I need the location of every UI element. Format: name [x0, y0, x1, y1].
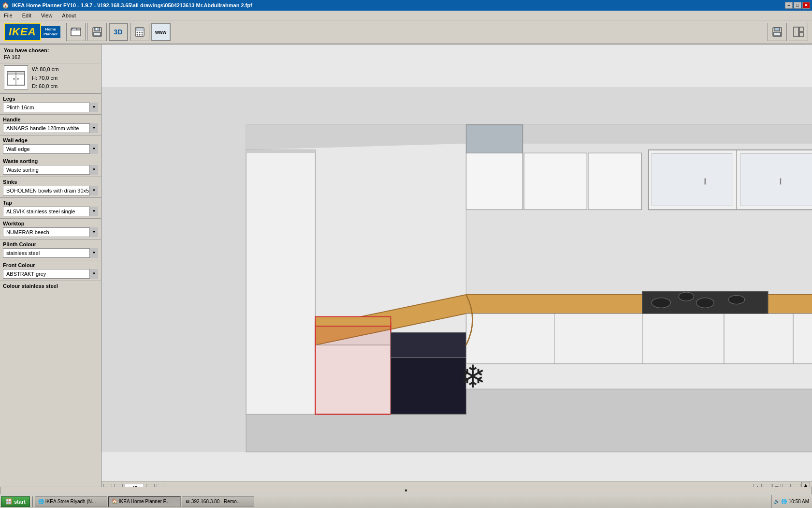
svg-point-8 [136, 32, 138, 33]
tap-select-wrapper: ALSVIK stainless steel single ▼ [3, 207, 98, 216]
tap-label: Tap [3, 200, 98, 206]
taskbar-app-icon-1: 🌐 [38, 499, 44, 504]
plinth-colour-group: Plinth Colour stainless steel ▼ [0, 239, 101, 260]
wall-edge-select[interactable]: Wall edge [3, 144, 98, 154]
sinks-select[interactable]: BOHOLMEN bowls with drain 90x50 [3, 186, 98, 195]
svg-rect-33 [524, 153, 587, 209]
plinth-colour-label: Plinth Colour [3, 241, 98, 247]
product-depth: D: 60,0 cm [32, 82, 58, 91]
svg-rect-4 [94, 32, 101, 36]
taskbar-app-icon-2: 🏠 [112, 499, 117, 504]
save-button[interactable] [87, 23, 107, 41]
restore-button[interactable]: □ [794, 2, 801, 9]
colour-stainless-section: Colour stainless steel [0, 281, 101, 291]
svg-rect-47 [391, 332, 466, 358]
kitchen-view: ❄ [102, 45, 812, 494]
svg-point-56 [679, 292, 694, 301]
toolbar-layout-right[interactable] [789, 23, 808, 41]
left-panel: You have chosen: FA 162 W: 80,0 cm H: 70… [0, 45, 102, 494]
open-file-button[interactable] [66, 23, 86, 41]
systray-icons: 🔊 🌐 [774, 499, 787, 504]
front-colour-select-wrapper: ABSTRAKT grey ▼ [3, 269, 98, 279]
product-preview: W: 80,0 cm H: 70,0 cm D: 60,0 cm [0, 63, 101, 93]
wall-edge-select-wrapper: Wall edge ▼ [3, 144, 98, 154]
taskbar-app-label-3: 392.168.3.80 - Remo... [191, 499, 241, 504]
product-width: W: 80,0 cm [32, 65, 58, 74]
legs-select[interactable]: Plinth 16cm [3, 103, 98, 112]
toolbar-right [768, 23, 808, 41]
taskbar: 🪟 start 🌐 IKEA Store Riyadh (N... 🏠 IKEA… [0, 494, 812, 508]
product-code: FA 162 [4, 54, 97, 60]
calculator-button[interactable] [130, 23, 149, 41]
taskbar-separator [32, 496, 33, 507]
sinks-group: Sinks BOHOLMEN bowls with drain 90x50 ▼ [0, 177, 101, 197]
taskbar-app-ikea-store[interactable]: 🌐 IKEA Store Riyadh (N... [35, 496, 107, 507]
waste-sorting-select[interactable]: Waste sorting [3, 165, 98, 175]
handle-label: Handle [3, 117, 98, 122]
ikea-logo: IKEA [4, 23, 41, 41]
svg-rect-17 [794, 27, 798, 37]
start-icon: 🪟 [5, 498, 12, 505]
taskbar-app-icon-3: 🖥 [185, 499, 190, 504]
taskbar-app-label-1: IKEA Store Riyadh (N... [45, 499, 96, 504]
start-button[interactable]: 🪟 start [1, 496, 30, 507]
home-planner-label: HomePlanner [41, 26, 60, 37]
svg-rect-32 [466, 153, 523, 209]
sinks-label: Sinks [3, 179, 98, 185]
menu-file[interactable]: File [2, 12, 14, 19]
svg-point-58 [728, 295, 745, 304]
product-dims: W: 80,0 cm H: 70,0 cm D: 60,0 cm [32, 65, 58, 91]
product-icon [4, 65, 28, 90]
taskbar-app-home-planner[interactable]: 🏠 IKEA Home Planner F... [108, 496, 181, 507]
menu-view[interactable]: View [39, 12, 55, 19]
svg-rect-18 [799, 27, 803, 31]
wall-edge-group: Wall edge Wall edge ▼ [0, 135, 101, 156]
handle-select[interactable]: ANNARS handle 128mm white [3, 123, 98, 133]
legs-select-wrapper: Plinth 16cm ▼ [3, 103, 98, 112]
handle-select-wrapper: ANNARS handle 128mm white ▼ [3, 123, 98, 133]
svg-rect-16 [774, 32, 781, 36]
waste-sorting-group: Waste sorting Waste sorting ▼ [0, 156, 101, 177]
waste-sorting-select-wrapper: Waste sorting ▼ [3, 165, 98, 175]
legs-group: Legs Plinth 16cm ▼ [0, 93, 101, 114]
colour-stainless-label: Colour stainless steel [3, 283, 98, 289]
taskbar-clock: 10:58 AM [789, 499, 809, 504]
svg-point-12 [139, 34, 140, 36]
waste-sorting-label: Waste sorting [3, 158, 98, 164]
svg-rect-19 [799, 32, 803, 37]
svg-rect-5 [96, 28, 97, 30]
svg-point-24 [17, 78, 19, 80]
minimize-button[interactable]: − [785, 2, 793, 9]
plinth-colour-select[interactable]: stainless steel [3, 248, 98, 258]
window-controls: − □ ✕ [785, 2, 810, 9]
menu-edit[interactable]: Edit [20, 12, 33, 19]
worktop-select-wrapper: NUMERÄR beech ▼ [3, 227, 98, 237]
svg-rect-53 [466, 364, 812, 389]
handle-group: Handle ANNARS handle 128mm white ▼ [0, 114, 101, 135]
svg-rect-31 [246, 150, 315, 153]
svg-rect-30 [246, 150, 315, 414]
svg-point-10 [141, 32, 143, 33]
window-title: IKEA Home Planner FY10 - 1.9.7 - \\192.1… [12, 2, 252, 8]
view3d-button[interactable]: 3D [109, 23, 128, 41]
sinks-select-wrapper: BOHOLMEN bowls with drain 90x50 ▼ [3, 186, 98, 195]
front-colour-select[interactable]: ABSTRAKT grey [3, 269, 98, 279]
menu-about[interactable]: About [60, 12, 78, 19]
toolbar-save-right[interactable] [768, 23, 787, 41]
tap-group: Tap ALSVIK stainless steel single ▼ [0, 197, 101, 218]
close-button[interactable]: ✕ [802, 2, 810, 9]
product-height: H: 70,0 cm [32, 74, 58, 83]
web-button[interactable]: www [151, 23, 171, 41]
svg-rect-38 [740, 154, 812, 206]
svg-rect-48 [466, 314, 812, 364]
legs-label: Legs [3, 96, 98, 102]
svg-rect-34 [588, 153, 642, 209]
taskbar-systray: 🔊 🌐 10:58 AM [771, 495, 811, 508]
taskbar-app-remote[interactable]: 🖥 392.168.3.80 - Remo... [182, 496, 254, 507]
front-colour-label: Front Colour [3, 262, 98, 268]
tap-select[interactable]: ALSVIK stainless steel single [3, 207, 98, 216]
toolbar: IKEA HomePlanner 3D www [0, 20, 812, 45]
worktop-select[interactable]: NUMERÄR beech [3, 227, 98, 237]
svg-point-13 [141, 34, 143, 36]
front-colour-group: Front Colour ABSTRAKT grey ▼ [0, 260, 101, 281]
